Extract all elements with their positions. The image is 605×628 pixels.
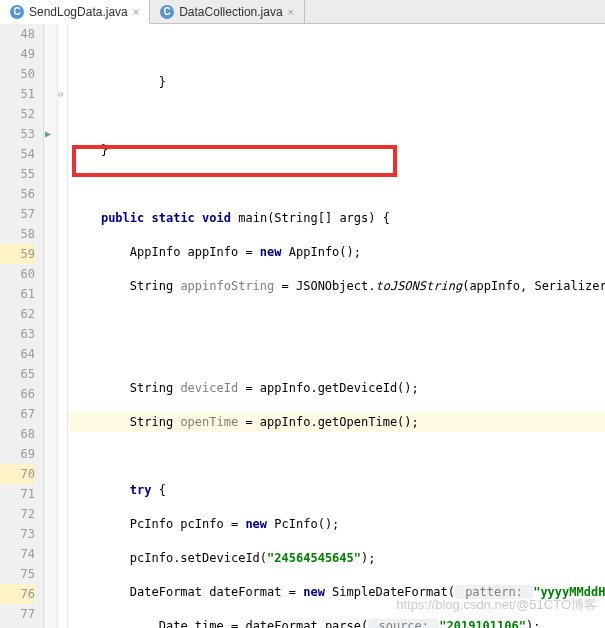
watermark: https://blog.csdn.net/@51CTO博客 [396,596,597,614]
java-class-icon: C [10,5,24,19]
code-line: try { [68,480,605,500]
run-marker-icon[interactable]: ▶ [45,128,51,139]
code-line [68,174,605,194]
tab-label: SendLogData.java [29,5,128,19]
line-number-gutter: 4849505152535455565758596061626364656667… [0,24,44,628]
code-line: pcInfo.setDeviceId("24564545645"); [68,548,605,568]
code-line: } [68,72,605,92]
run-gutter: ▶ [44,24,58,628]
code-line: PcInfo pcInfo = new PcInfo(); [68,514,605,534]
tab-label: DataCollection.java [179,5,282,19]
code-editor[interactable]: 4849505152535455565758596061626364656667… [0,24,605,628]
editor-tabs: C SendLogData.java × C DataCollection.ja… [0,0,605,24]
code-line: } [68,140,605,160]
fold-gutter: ⊖ [58,24,68,628]
fold-collapse-icon[interactable]: ⊖ [58,89,63,99]
code-line [68,310,605,330]
code-line: Date time = dateFormat.parse( source: "2… [68,616,605,628]
tab-sendlogdata[interactable]: C SendLogData.java × [0,0,150,24]
code-line [68,38,605,58]
close-icon[interactable]: × [133,6,139,18]
code-line: public static void main(String[] args) { [68,208,605,228]
java-class-icon: C [160,5,174,19]
code-line: String appinfoString = JSONObject.toJSON… [68,276,605,296]
code-line [68,344,605,364]
code-line: String deviceId = appInfo.getDeviceId(); [68,378,605,398]
close-icon[interactable]: × [288,6,294,18]
code-line [68,106,605,126]
code-area[interactable]: } } public static void main(String[] arg… [68,24,605,628]
tab-datacollection[interactable]: C DataCollection.java × [150,0,305,23]
code-line: String openTime = appInfo.getOpenTime(); [68,412,605,432]
code-line: AppInfo appInfo = new AppInfo(); [68,242,605,262]
code-line [68,446,605,466]
